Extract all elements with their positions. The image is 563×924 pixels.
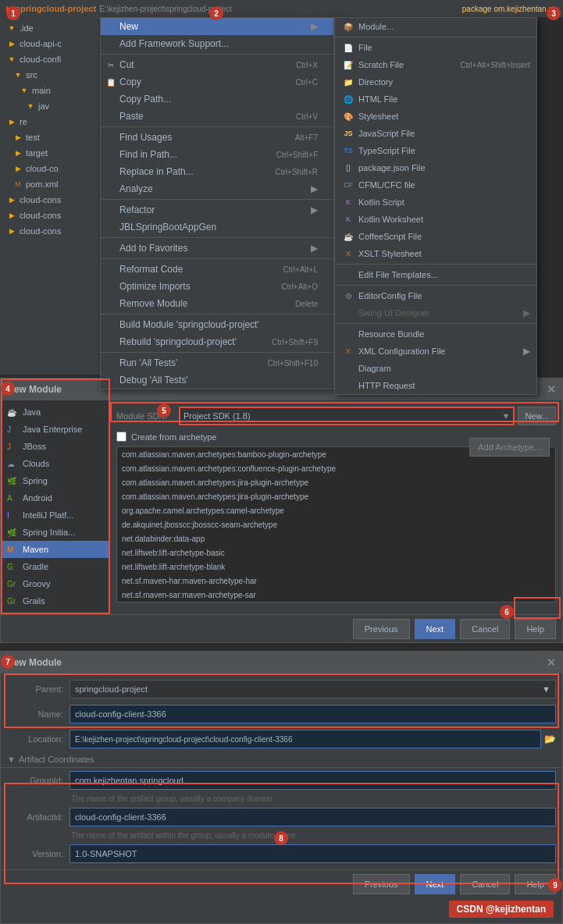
arch-item[interactable]: de.akquinet.jbosscc:jbosscc-seam-archety…	[117, 517, 555, 531]
archetype-list[interactable]: com.atlassian.maven.archetypes:bamboo-pl…	[116, 446, 556, 602]
sub-css[interactable]: 🎨 Stylesheet	[335, 108, 536, 125]
sidebar-java-ee[interactable]: J Java Enterprise	[1, 421, 109, 438]
tree-item[interactable]: M pom.xml	[0, 176, 102, 192]
ctx-jbl[interactable]: JBLSpringBootAppGen	[101, 219, 333, 236]
sub-kotlin-script[interactable]: K Kotlin Script	[335, 194, 536, 211]
ctx-build[interactable]: Build Module 'springcloud-project'	[101, 316, 333, 333]
sidebar-jboss[interactable]: J JBoss	[1, 438, 109, 455]
ctx-add-framework[interactable]: Add Framework Support...	[101, 35, 333, 52]
sidebar-gradle[interactable]: G Gradle	[1, 558, 109, 575]
ctx-copy[interactable]: 📋 Copy Ctrl+C	[101, 73, 333, 91]
ctx-find-usages[interactable]: Find Usages Alt+F7	[101, 129, 333, 146]
artifactid-input[interactable]	[69, 808, 556, 826]
sidebar-grails[interactable]: Gr Grails	[1, 592, 109, 609]
arch-item[interactable]: net.liftweb:lift-archetype-blank	[117, 560, 555, 574]
tree-item[interactable]: ▶ cloud-cons	[0, 192, 102, 208]
sub-xml-config[interactable]: X XML Configuration File ▶	[335, 343, 536, 360]
dialog-close-button[interactable]: ✕	[547, 383, 556, 396]
sub-cfml[interactable]: CF CFML/CFC file	[335, 176, 536, 194]
sub-swing[interactable]: Swing UI Designer ▶	[335, 304, 536, 322]
tree-item[interactable]: ▼ main	[0, 83, 102, 98]
ctx-analyze[interactable]: Analyze ▶	[101, 180, 333, 197]
arch-item[interactable]: net.liftweb:lift-archetype-basic	[117, 546, 555, 560]
ctx-remove-module[interactable]: Remove Module Delete	[101, 295, 333, 312]
artifact-section-header[interactable]: ▼ Artifact Coordinates	[1, 752, 562, 768]
sidebar-groovy[interactable]: Gr Groovy	[1, 575, 109, 592]
groupid-input[interactable]	[69, 771, 556, 790]
sub-diagram[interactable]: Diagram	[335, 360, 536, 377]
arch-item[interactable]: com.atlassian.maven.archetypes:jira-plug…	[117, 475, 555, 489]
add-archetype-button[interactable]: Add Archetype...	[469, 438, 550, 457]
sub-resource-bundle[interactable]: Resource Bundle	[335, 325, 536, 343]
tree-item[interactable]: ▶ cloud-cons	[0, 223, 102, 239]
ctx-paste[interactable]: Paste Ctrl+V	[101, 108, 333, 125]
bottom-cancel-button[interactable]: Cancel	[460, 874, 510, 894]
tree-item[interactable]: ▶ cloud-api-c	[0, 36, 102, 52]
tree-item[interactable]: ▶ test	[0, 130, 102, 145]
sub-http-request[interactable]: HTTP Request	[335, 377, 536, 394]
ctx-reformat[interactable]: Reformat Code Ctrl+Alt+L	[101, 261, 333, 278]
tree-item[interactable]: ▼ jav	[0, 98, 102, 114]
ctx-new[interactable]: New ▶	[101, 18, 333, 35]
sub-directory[interactable]: 📁 Directory	[335, 73, 536, 91]
tree-item[interactable]: ▼ .ide	[0, 20, 102, 36]
bottom-previous-button[interactable]: Previous	[353, 874, 410, 894]
ctx-copy-path[interactable]: Copy Path...	[101, 91, 333, 108]
sidebar-android[interactable]: A Android	[1, 489, 109, 506]
create-from-archetype-checkbox[interactable]	[116, 432, 126, 442]
arch-item[interactable]: com.atlassian.maven.archetypes:confluenc…	[117, 461, 555, 475]
sidebar-spring-initializr[interactable]: 🌿 Spring Initia...	[1, 524, 109, 541]
tree-item[interactable]: ▼ cloud-confi	[0, 52, 102, 67]
ctx-cut[interactable]: ✂ Cut Ctrl+X	[101, 56, 333, 73]
sidebar-spring[interactable]: 🌿 Spring	[1, 472, 109, 489]
sub-ts[interactable]: TS TypeScript File	[335, 142, 536, 159]
sdk-new-button[interactable]: New...	[518, 407, 556, 425]
ctx-find-path[interactable]: Find in Path... Ctrl+Shift+F	[101, 146, 333, 163]
sub-module[interactable]: 📦 Module...	[335, 18, 536, 35]
sub-editorconfig[interactable]: ⚙ EditorConfig File	[335, 287, 536, 304]
ctx-favorites[interactable]: Add to Favorites ▶	[101, 240, 333, 257]
location-input[interactable]	[69, 730, 541, 748]
help-button[interactable]: Help	[515, 619, 556, 639]
sub-js[interactable]: JS JavaScript File	[335, 125, 536, 142]
ctx-run-tests[interactable]: Run 'All Tests' Ctrl+Shift+F10	[101, 354, 333, 371]
sidebar-java[interactable]: ☕ Java	[1, 403, 109, 421]
sidebar-maven[interactable]: M Maven	[1, 541, 109, 558]
sidebar-intellij[interactable]: I IntelliJ Platf...	[1, 506, 109, 524]
sub-html[interactable]: 🌐 HTML File	[335, 91, 536, 108]
sub-xslt[interactable]: X XSLT Stylesheet	[335, 245, 536, 262]
name-input[interactable]	[69, 705, 556, 723]
version-input[interactable]	[69, 844, 556, 863]
arch-item[interactable]: org.apache.camel.archetypes:camel-archet…	[117, 602, 555, 602]
ctx-debug-tests[interactable]: Debug 'All Tests'	[101, 371, 333, 389]
ctx-replace-path[interactable]: Replace in Path... Ctrl+Shift+R	[101, 163, 333, 180]
tree-item[interactable]: ▶ cloud-cons	[0, 208, 102, 223]
tree-item[interactable]: ▶ target	[0, 145, 102, 161]
dialog-bottom-close[interactable]: ✕	[547, 656, 556, 669]
ctx-refactor[interactable]: Refactor ▶	[101, 201, 333, 219]
arch-item[interactable]: net.sf.maven-sar:maven-archetype-sar	[117, 588, 555, 602]
ctx-rebuild[interactable]: Rebuild 'springcloud-project' Ctrl+Shift…	[101, 333, 333, 350]
arch-item[interactable]: org.apache.camel.archetypes:camel-archet…	[117, 503, 555, 517]
sdk-select-dropdown[interactable]: Project SDK (1.8) ▼	[179, 407, 515, 425]
previous-button[interactable]: Previous	[353, 619, 410, 639]
parent-select[interactable]: springcloud-project ▼	[69, 680, 556, 698]
sub-edit-templates[interactable]: Edit File Templates...	[335, 266, 536, 283]
sidebar-clouds[interactable]: ☁ Clouds	[1, 455, 109, 472]
arch-item[interactable]: net.sf.maven-har:maven-archetype-har	[117, 574, 555, 588]
sub-coffee[interactable]: ☕ CoffeeScript File	[335, 228, 536, 245]
ctx-optimize[interactable]: Optimize Imports Ctrl+Alt+O	[101, 278, 333, 295]
sidebar-appforge[interactable]: A Application F...	[1, 609, 109, 614]
sub-kotlin-ws[interactable]: K Kotlin Worksheet	[335, 211, 536, 228]
sub-package-json[interactable]: {} package.json File	[335, 159, 536, 176]
arch-item[interactable]: net.databinder:data-app	[117, 531, 555, 546]
sub-file[interactable]: 📄 File	[335, 39, 536, 56]
browse-button[interactable]: 📂	[544, 734, 556, 745]
tree-item[interactable]: ▶ re	[0, 114, 102, 130]
tree-item[interactable]: ▼ src	[0, 67, 102, 83]
sub-scratch-file[interactable]: 📝 Scratch File Ctrl+Alt+Shift+Insert	[335, 56, 536, 73]
cancel-button[interactable]: Cancel	[460, 619, 510, 639]
tree-item[interactable]: ▶ cloud-co	[0, 161, 102, 176]
bottom-next-button[interactable]: Next	[415, 874, 456, 894]
next-button[interactable]: Next	[415, 619, 456, 639]
